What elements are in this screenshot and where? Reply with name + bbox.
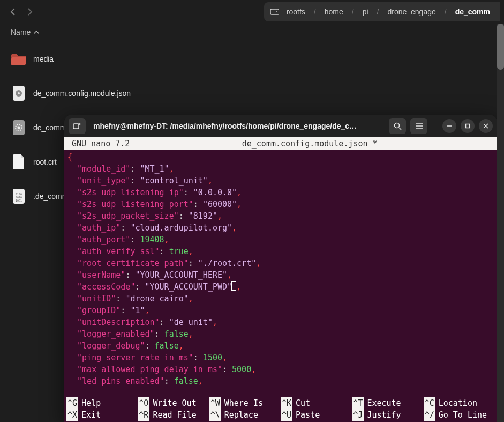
column-header-row[interactable]: Name [0, 24, 504, 41]
json-file-icon [11, 85, 27, 101]
shortcut-key: ^R [138, 409, 149, 421]
maximize-button[interactable] [461, 119, 475, 133]
nano-shortcut: ^CLocation [424, 397, 495, 409]
breadcrumb-seg-2[interactable]: pi [359, 5, 372, 18]
menu-button[interactable] [410, 118, 427, 134]
file-row-folder[interactable]: media [4, 47, 500, 71]
shortcut-key: ^O [138, 397, 149, 409]
nano-editor-content[interactable]: { "module_id": "MT_1", "unit_type": "con… [64, 150, 497, 397]
breadcrumb[interactable]: rootfs / home / pi / drone_engage / de_c… [264, 2, 500, 21]
nano-shortcut: ^GHelp [66, 397, 138, 409]
breadcrumb-seg-4[interactable]: de_comm [452, 5, 493, 18]
file-name: de_comm.config.module.json [33, 89, 131, 98]
svg-text:1001: 1001 [16, 199, 22, 202]
nano-shortcut: ^/Go To Line [424, 409, 495, 421]
svg-rect-12 [73, 124, 79, 129]
shortcut-label: Exit [81, 409, 101, 421]
breadcrumb-sep: / [311, 8, 319, 16]
file-name: de_comm [33, 123, 66, 132]
close-button[interactable] [479, 119, 493, 133]
terminal-titlebar[interactable]: mhefny@mhefny-DT: /media/mhefny/rootfs/h… [64, 115, 497, 137]
binary-file-icon: 010000101001 [11, 188, 27, 204]
nano-version: GNU nano 7.2 [72, 138, 130, 150]
sort-asc-icon [34, 31, 39, 34]
column-header-name: Name [11, 28, 31, 36]
svg-point-1 [276, 11, 277, 12]
file-name: root.crt [33, 158, 57, 166]
nav-forward-button[interactable] [21, 3, 39, 20]
terminal-body[interactable]: GNU nano 7.2 de_comm.config.module.json … [64, 137, 497, 422]
shortcut-key: ^T [352, 397, 364, 409]
breadcrumb-sep: / [374, 8, 382, 16]
breadcrumb-seg-3[interactable]: drone_engage [384, 5, 439, 18]
svg-rect-0 [270, 9, 279, 14]
svg-rect-19 [466, 124, 470, 128]
nano-shortcut: ^JJustify [352, 409, 423, 421]
shortcut-label: Go To Line [439, 409, 487, 421]
terminal-title: mhefny@mhefny-DT: /media/mhefny/rootfs/h… [90, 122, 385, 130]
shortcut-label: Location [439, 397, 477, 409]
shortcut-key: ^U [281, 409, 292, 421]
terminal-window: mhefny@mhefny-DT: /media/mhefny/rootfs/h… [64, 115, 497, 422]
shortcut-label: Execute [367, 397, 401, 409]
svg-point-13 [394, 123, 399, 128]
shortcut-key: ^K [281, 397, 292, 409]
breadcrumb-sep: / [441, 8, 450, 16]
shortcut-label: Replace [224, 409, 258, 421]
shortcut-key: ^G [66, 397, 78, 409]
file-row-json[interactable]: de_comm.config.module.json [4, 81, 500, 106]
minimize-button[interactable] [442, 119, 456, 133]
new-tab-button[interactable] [69, 118, 86, 134]
shortcut-key: ^/ [424, 409, 435, 421]
nano-shortcut: ^WWhere Is [209, 397, 281, 409]
shortcut-key: ^X [66, 409, 78, 421]
shortcut-key: ^C [424, 397, 435, 409]
nano-shortcut: ^UPaste [281, 409, 352, 421]
shortcut-label: Write Out [153, 397, 196, 409]
breadcrumb-seg-0[interactable]: rootfs [283, 5, 309, 18]
svg-point-7 [18, 127, 20, 129]
svg-line-14 [399, 128, 401, 130]
breadcrumb-sep: / [349, 8, 357, 16]
search-button[interactable] [389, 118, 406, 134]
shortcut-key: ^\ [209, 409, 221, 421]
nano-filename: de_comm.config.module.json * [242, 138, 378, 150]
nano-shortcut: ^\Replace [209, 409, 281, 421]
nano-shortcut: ^RRead File [138, 409, 209, 421]
file-name: media [33, 55, 54, 63]
shortcut-key: ^W [209, 397, 221, 409]
nav-back-button[interactable] [4, 3, 21, 20]
nano-shortcut: ^OWrite Out [138, 397, 209, 409]
shortcut-key: ^J [352, 409, 364, 421]
scrollbar[interactable] [497, 24, 504, 422]
shortcut-label: Help [81, 397, 101, 409]
nano-shortcut: ^TExecute [352, 397, 423, 409]
nano-shortcut: ^XExit [66, 409, 138, 421]
shortcut-label: Cut [296, 397, 310, 409]
nano-shortcut: ^KCut [281, 397, 352, 409]
nano-header: GNU nano 7.2 de_comm.config.module.json … [64, 137, 497, 150]
svg-point-4 [18, 92, 20, 94]
gear-file-icon [11, 120, 27, 136]
breadcrumb-seg-1[interactable]: home [321, 5, 347, 18]
file-name: .de_comm [33, 192, 68, 201]
shortcut-label: Justify [367, 409, 401, 421]
disk-icon [270, 8, 279, 16]
shortcut-label: Read File [153, 409, 196, 421]
nano-footer: ^GHelp^OWrite Out^WWhere Is^KCut^TExecut… [64, 397, 497, 422]
text-file-icon [11, 154, 27, 170]
scrollbar-thumb[interactable] [497, 24, 504, 70]
shortcut-label: Paste [296, 409, 320, 421]
file-manager-toolbar: rootfs / home / pi / drone_engage / de_c… [0, 0, 504, 24]
folder-icon [11, 51, 27, 67]
shortcut-label: Where Is [224, 397, 263, 409]
